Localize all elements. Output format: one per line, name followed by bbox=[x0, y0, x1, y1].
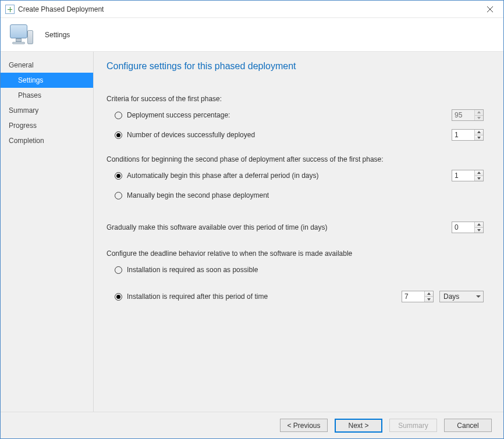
spin-buttons bbox=[474, 110, 483, 120]
gradual-days-spinbox[interactable] bbox=[452, 222, 484, 233]
devices-spinbox[interactable] bbox=[452, 129, 484, 141]
chevron-down-icon bbox=[427, 298, 431, 301]
previous-button[interactable]: < Previous bbox=[280, 419, 328, 432]
chevron-up-icon bbox=[427, 292, 431, 295]
deadline-section-label: Configure the deadline behavior relative… bbox=[107, 249, 484, 258]
sidebar-item-phases[interactable]: Phases bbox=[1, 88, 93, 103]
criteria-section-label: Criteria for success of the first phase: bbox=[107, 95, 484, 103]
wizard-window: Create Phased Deployment Settings Genera… bbox=[0, 0, 504, 439]
chevron-down-icon bbox=[476, 295, 481, 298]
button-label: Cancel bbox=[457, 422, 478, 430]
conditions-option-manual[interactable]: Manually begin the second phase deployme… bbox=[115, 189, 484, 202]
deadline-option-period[interactable]: Installation is required after this peri… bbox=[115, 290, 484, 303]
option-label: Installation is required as soon as poss… bbox=[127, 266, 484, 274]
sidebar-item-progress[interactable]: Progress bbox=[1, 118, 93, 133]
spin-down-button[interactable] bbox=[475, 176, 483, 181]
sidebar-item-label: Summary bbox=[9, 106, 38, 115]
radio-icon bbox=[115, 266, 122, 274]
spin-down-button[interactable] bbox=[475, 228, 483, 233]
button-label: Next > bbox=[348, 422, 368, 430]
sidebar-item-label: General bbox=[9, 61, 34, 69]
content-pane: Configure settings for this phased deplo… bbox=[94, 52, 503, 412]
chevron-down-icon bbox=[477, 229, 481, 231]
sidebar-item-label: Progress bbox=[9, 122, 37, 130]
header-band: Settings bbox=[1, 18, 503, 52]
titlebar: Create Phased Deployment bbox=[1, 1, 503, 18]
option-label: Installation is required after this peri… bbox=[127, 292, 398, 301]
window-title: Create Phased Deployment bbox=[18, 5, 104, 13]
criteria-option-percentage[interactable]: Deployment success percentage: bbox=[115, 109, 484, 122]
footer: < Previous Next > Summary Cancel bbox=[1, 412, 503, 438]
spin-up-button[interactable] bbox=[425, 291, 433, 297]
deadline-unit-combo[interactable]: Days bbox=[439, 291, 484, 302]
sidebar-item-completion[interactable]: Completion bbox=[1, 133, 93, 148]
deferral-days-input[interactable] bbox=[452, 170, 474, 181]
app-icon bbox=[5, 5, 15, 14]
spin-buttons bbox=[474, 130, 483, 140]
criteria-option-devices[interactable]: Number of devices successfully deployed bbox=[115, 129, 484, 141]
gradual-label: Gradually make this software available o… bbox=[107, 223, 448, 231]
spin-buttons bbox=[424, 291, 433, 302]
spin-up-button[interactable] bbox=[475, 222, 483, 228]
radio-icon bbox=[115, 172, 122, 180]
sidebar: General Settings Phases Summary Progress… bbox=[1, 52, 94, 412]
radio-icon bbox=[115, 131, 122, 139]
chevron-up-icon bbox=[477, 131, 481, 133]
spin-down-button bbox=[475, 116, 483, 121]
spin-buttons bbox=[474, 222, 483, 233]
spin-up-button[interactable] bbox=[475, 130, 483, 135]
spin-down-button[interactable] bbox=[425, 297, 433, 302]
chevron-down-icon bbox=[477, 117, 481, 119]
spin-up-button[interactable] bbox=[475, 170, 483, 176]
radio-icon bbox=[115, 112, 122, 119]
next-button[interactable]: Next > bbox=[335, 419, 382, 433]
conditions-section-label: Conditions for beginning the second phas… bbox=[107, 155, 484, 163]
deferral-days-spinbox[interactable] bbox=[452, 170, 484, 181]
conditions-option-auto[interactable]: Automatically begin this phase after a d… bbox=[115, 169, 484, 182]
spin-down-button[interactable] bbox=[475, 135, 483, 141]
chevron-down-icon bbox=[477, 137, 481, 139]
gradual-row: Gradually make this software available o… bbox=[107, 222, 484, 233]
percentage-spinbox bbox=[452, 109, 484, 121]
chevron-down-icon bbox=[477, 177, 481, 180]
chevron-up-icon bbox=[477, 172, 481, 174]
button-label: Summary bbox=[398, 422, 428, 430]
button-label: < Previous bbox=[287, 422, 320, 430]
option-label: Automatically begin this phase after a d… bbox=[127, 172, 448, 180]
close-icon bbox=[487, 6, 493, 12]
sidebar-item-general[interactable]: General bbox=[1, 58, 93, 73]
close-button[interactable] bbox=[477, 1, 503, 18]
deadline-period-spinbox[interactable] bbox=[402, 291, 434, 302]
option-label: Manually begin the second phase deployme… bbox=[127, 191, 484, 199]
option-label: Number of devices successfully deployed bbox=[127, 131, 448, 139]
devices-input[interactable] bbox=[452, 130, 474, 140]
radio-icon bbox=[115, 192, 122, 199]
combo-value: Days bbox=[443, 292, 476, 301]
summary-button: Summary bbox=[389, 419, 437, 432]
body-area: General Settings Phases Summary Progress… bbox=[1, 52, 503, 412]
spin-up-button bbox=[475, 110, 483, 116]
content-heading: Configure settings for this phased deplo… bbox=[107, 61, 484, 72]
percentage-input bbox=[452, 110, 474, 120]
sidebar-item-summary[interactable]: Summary bbox=[1, 103, 93, 118]
gradual-days-input[interactable] bbox=[452, 222, 474, 233]
option-label: Deployment success percentage: bbox=[127, 111, 448, 119]
computer-icon bbox=[10, 24, 33, 45]
page-title: Settings bbox=[45, 31, 70, 39]
sidebar-item-label: Settings bbox=[18, 76, 43, 84]
deadline-period-input[interactable] bbox=[402, 291, 424, 302]
sidebar-item-settings[interactable]: Settings bbox=[1, 73, 93, 88]
cancel-button[interactable]: Cancel bbox=[444, 419, 492, 432]
deadline-option-asap[interactable]: Installation is required as soon as poss… bbox=[115, 263, 484, 276]
spin-buttons bbox=[474, 170, 483, 181]
chevron-up-icon bbox=[477, 223, 481, 226]
sidebar-item-label: Phases bbox=[18, 91, 41, 99]
sidebar-item-label: Completion bbox=[9, 137, 44, 145]
radio-icon bbox=[115, 293, 122, 301]
chevron-up-icon bbox=[477, 111, 481, 113]
